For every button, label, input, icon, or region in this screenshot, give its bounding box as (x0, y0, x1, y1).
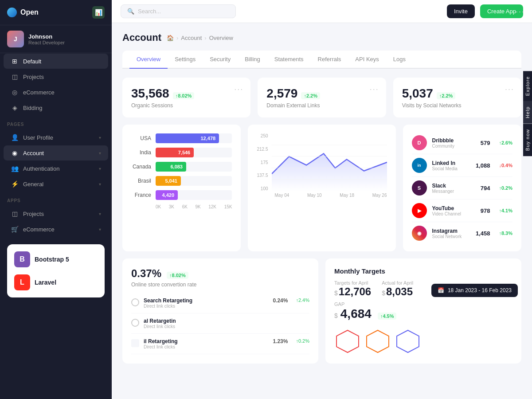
app-name: Open (20, 8, 39, 16)
logo-icon (7, 8, 17, 17)
sidebar-item-app-projects[interactable]: ◫ Projects ▾ (4, 206, 108, 221)
sidebar-item-ecommerce[interactable]: ◎ eCommerce (4, 85, 108, 100)
breadcrumb-account[interactable]: Account (181, 35, 202, 41)
conversion-label: Online store convertion rate (131, 282, 309, 288)
bar-outer-canada: 6,083 (156, 162, 232, 172)
sidebar-item-label: General (23, 181, 43, 188)
dribbble-info: Dribbble Community (432, 137, 455, 149)
mini-charts (334, 328, 512, 355)
buy-now-button[interactable]: Buy now (523, 124, 532, 156)
options-menu-domain[interactable]: ··· (370, 85, 379, 94)
gap-label: GAP (334, 301, 512, 307)
tab-overview[interactable]: Overview (129, 51, 168, 69)
social-row-youtube: ▶ YouTube Video Channel 978 ↑4.1% (412, 200, 512, 222)
actual-value: 8,035 (386, 286, 413, 298)
svg-marker-4 (336, 330, 359, 352)
account-icon: ◉ (11, 149, 19, 156)
explore-button[interactable]: Explore (523, 71, 532, 101)
tab-security[interactable]: Security (203, 51, 238, 69)
date-range-chip[interactable]: 📅 18 Jan 2023 - 16 Feb 2023 (431, 284, 518, 297)
bar-fill-canada: 6,083 (156, 162, 186, 172)
breadcrumb-overview: Overview (209, 35, 233, 41)
sidebar-promo: B Bootstrap 5 L Laravel (7, 244, 105, 297)
auth-icon: 👥 (11, 165, 19, 172)
app-projects-icon: ◫ (11, 210, 19, 217)
sidebar-item-bidding[interactable]: ◈ Bidding (4, 100, 108, 115)
invite-button[interactable]: Invite (447, 4, 475, 18)
stat-social: 5,037 ↑2.2% Visits by Social Networks ··… (393, 78, 521, 117)
actual-value-wrap: $ 8,035 (382, 286, 413, 298)
bar-fill-brasil: 5,041 (156, 176, 181, 186)
options-menu-organic[interactable]: ··· (234, 85, 243, 94)
sidebar-item-general[interactable]: ⚡ General ▾ (4, 176, 108, 192)
bar-label-brasil: Brasil (131, 178, 151, 184)
options-menu-social[interactable]: ··· (505, 85, 514, 94)
tab-referrals[interactable]: Referrals (311, 51, 348, 69)
sidebar-item-label: eCommerce (23, 89, 55, 96)
sidebar-item-label: Bidding (23, 105, 42, 111)
chevron-down-icon: ▾ (99, 135, 101, 140)
sidebar-item-label: User Profile (23, 134, 53, 141)
apps-section-label: APPS (0, 192, 112, 206)
sidebar-item-label: Projects (23, 74, 44, 80)
bar-fill-india: 7,546 (156, 148, 194, 157)
bar-outer-brasil: 5,041 (156, 176, 232, 186)
bootstrap-icon: B (14, 251, 30, 267)
targets-value: 12,706 (339, 286, 371, 298)
main-content: 🔍 Search... Invite Create App Account 🏠 … (112, 0, 532, 399)
monthly-actual: Actual for April $ 8,035 (382, 280, 413, 298)
analytics-icon[interactable]: 📊 (92, 6, 105, 19)
page-header: Account 🏠 › Account › Overview (122, 32, 521, 43)
sidebar-item-user-profile[interactable]: 👤 User Profile ▾ (4, 130, 108, 145)
ecommerce-icon: ◎ (11, 89, 19, 96)
retargeting-pct-1: 0.24% (273, 297, 288, 304)
bar-outer-usa: 12,478 (156, 133, 232, 143)
tabs: Overview Settings Security Billing State… (122, 51, 521, 69)
line-chart-svg (272, 133, 387, 191)
stat-badge-organic: ↑8.02% (173, 92, 195, 99)
chevron-down-icon: ▾ (99, 211, 101, 216)
grid-icon: ⊞ (11, 58, 19, 65)
instagram-count: 1,458 (476, 230, 490, 237)
dribbble-count: 579 (481, 140, 490, 146)
instagram-icon: ◉ (412, 226, 427, 241)
sidebar-item-authentication[interactable]: 👥 Authentication ▾ (4, 161, 108, 176)
sidebar-item-default[interactable]: ⊞ Default (4, 54, 108, 69)
tab-billing[interactable]: Billing (238, 51, 267, 69)
tab-statements[interactable]: Statements (267, 51, 311, 69)
targets-value-wrap: $ 12,706 (334, 286, 371, 298)
tab-api-keys[interactable]: API Keys (348, 51, 386, 69)
monthly-card: Monthly Targets Targets for April $ 12,7… (325, 258, 521, 364)
sidebar-item-app-ecommerce[interactable]: 🛒 eCommerce ▾ (4, 222, 108, 237)
side-actions: Explore Help Buy now (523, 71, 532, 156)
stat-label-social: Visits by Social Networks (402, 102, 512, 109)
youtube-info: YouTube Video Channel (432, 205, 461, 216)
sidebar-item-projects[interactable]: ◫ Projects (4, 69, 108, 84)
slack-icon: S (412, 180, 427, 196)
tab-settings[interactable]: Settings (168, 51, 203, 69)
date-range-label: 18 Jan 2023 - 16 Feb 2023 (448, 287, 512, 293)
search-box[interactable]: 🔍 Search... (121, 4, 236, 18)
sidebar-item-account[interactable]: ◉ Account ▾ (4, 145, 108, 160)
dollar-3: $ (334, 312, 338, 319)
stat-value-domain: 2,579 (266, 86, 297, 101)
hex-chart-2 (364, 328, 391, 355)
home-icon: 🏠 (167, 35, 174, 41)
charts-row: USA 12,478 India 7,546 Canada 6,083 (122, 125, 521, 251)
bootstrap-promo: B Bootstrap 5 (14, 251, 98, 267)
conversion-rows: Search Retargeting Direct link clicks 0.… (131, 293, 309, 354)
topbar: 🔍 Search... Invite Create App (112, 0, 532, 23)
stat-organic: 35,568 ↑8.02% Organic Sessions ··· (122, 78, 250, 117)
slack-info: Slack Messanger (432, 183, 454, 194)
linkedin-icon: in (412, 158, 427, 173)
retargeting-change-3: ↑0.2% (296, 338, 309, 344)
actual-label: Actual for April (382, 280, 413, 286)
page-content: Account 🏠 › Account › Overview Overview … (112, 23, 532, 399)
tab-logs[interactable]: Logs (386, 51, 413, 69)
help-button[interactable]: Help (523, 101, 532, 124)
user-role: React Developer (28, 40, 65, 45)
bar-label-france: France (131, 192, 151, 198)
general-icon: ⚡ (11, 180, 19, 188)
hex-chart-3 (395, 328, 421, 355)
instagram-info: Instagram Social Network (432, 228, 462, 239)
